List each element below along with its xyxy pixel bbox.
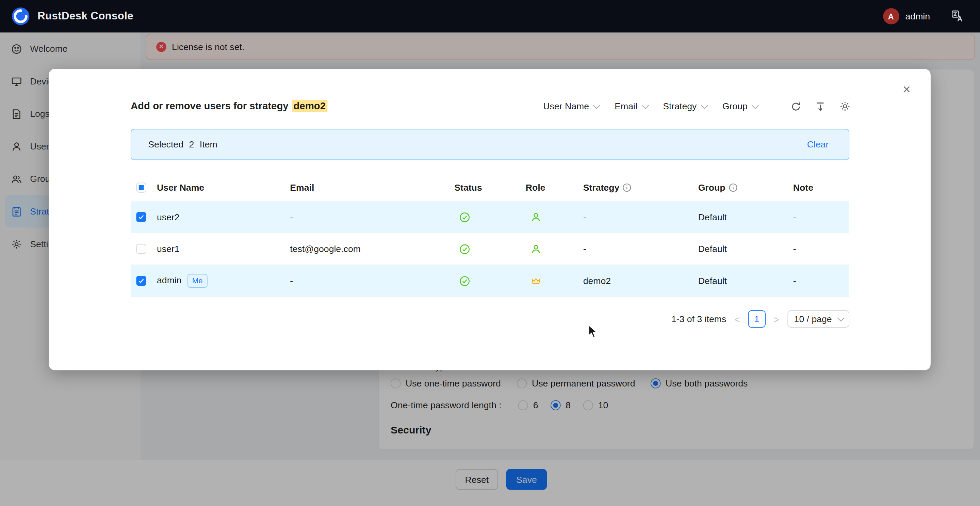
page-number-button[interactable]: 1 xyxy=(748,310,765,327)
cell-user-name: adminMe xyxy=(157,274,290,287)
cell-status xyxy=(454,243,525,254)
cell-role xyxy=(526,243,583,254)
user-role-icon xyxy=(530,212,541,222)
cell-status xyxy=(454,276,525,286)
page-size-value: 10 / page xyxy=(794,314,832,324)
pagination-total: 1-3 of 3 items xyxy=(671,314,726,324)
rustdesk-logo-icon xyxy=(11,7,30,26)
user-avatar[interactable]: A xyxy=(883,8,899,24)
filter-strategy[interactable]: Strategy xyxy=(663,102,706,111)
chevron-down-icon xyxy=(752,102,759,109)
filter-label: Email xyxy=(614,102,637,111)
col-status: Status xyxy=(454,182,525,192)
chevron-down-icon xyxy=(701,102,708,109)
table-row[interactable]: user1 test@google.com - Default - xyxy=(130,233,850,265)
chevron-down-icon xyxy=(641,102,649,109)
import-icon[interactable] xyxy=(815,101,826,112)
status-ok-icon xyxy=(460,212,470,222)
strategy-name-highlight: demo2 xyxy=(292,100,328,112)
modal-title: Add or remove users for strategydemo2 xyxy=(130,101,328,112)
prev-page-icon[interactable]: < xyxy=(733,314,741,324)
col-strategy: Strategy xyxy=(583,182,698,192)
col-note: Note xyxy=(793,182,850,192)
modal-header: Add or remove users for strategydemo2 Us… xyxy=(130,96,851,117)
me-badge: Me xyxy=(187,274,208,287)
row-checkbox[interactable] xyxy=(136,276,146,286)
selected-label: Selected xyxy=(148,140,183,150)
top-navbar: RustDesk Console A admin xyxy=(0,0,980,33)
cell-note: - xyxy=(793,244,850,254)
pagination: 1-3 of 3 items < 1 > 10 / page xyxy=(671,310,850,328)
cell-role xyxy=(526,212,583,222)
app-canvas: RustDesk Console A admin Welcome xyxy=(0,0,980,506)
filter-bar: User Name Email Strategy Group xyxy=(543,101,850,112)
table-row[interactable]: user2 - - Default - xyxy=(130,201,850,233)
admin-crown-icon xyxy=(530,276,541,286)
selection-info-bar: Selected 2 Item Clear xyxy=(130,129,850,160)
col-group: Group xyxy=(698,182,793,192)
filter-group[interactable]: Group xyxy=(722,102,757,111)
filter-user-name[interactable]: User Name xyxy=(543,102,598,111)
select-all-checkbox[interactable] xyxy=(136,182,146,192)
col-email: Email xyxy=(290,182,454,192)
modal-title-text: Add or remove users for strategy xyxy=(130,101,288,111)
cell-strategy: demo2 xyxy=(583,276,698,286)
table-settings-gear-icon[interactable] xyxy=(840,101,851,112)
row-checkbox[interactable] xyxy=(136,244,146,254)
table-header-row: User Name Email Status Role Strategy Gro… xyxy=(130,174,850,201)
page-size-select[interactable]: 10 / page xyxy=(787,310,850,327)
check-icon xyxy=(137,213,145,221)
user-role-icon xyxy=(530,243,541,254)
table-row[interactable]: adminMe - demo2 Default - xyxy=(130,265,850,297)
clear-selection-link[interactable]: Clear xyxy=(807,140,829,150)
cell-strategy: - xyxy=(583,212,698,222)
status-ok-icon xyxy=(460,243,470,254)
cell-group: Default xyxy=(698,244,793,254)
cell-group: Default xyxy=(698,212,793,222)
cell-strategy: - xyxy=(583,244,698,254)
cell-user-name: user2 xyxy=(157,212,290,222)
indeterminate-mark-icon xyxy=(139,185,144,190)
chevron-down-icon xyxy=(593,102,600,109)
check-icon xyxy=(137,277,145,285)
cell-note: - xyxy=(793,212,850,222)
users-table: User Name Email Status Role Strategy Gro… xyxy=(130,174,850,297)
cell-email: - xyxy=(290,276,454,286)
cell-user-name: user1 xyxy=(157,244,290,254)
translate-icon[interactable] xyxy=(951,10,964,22)
info-icon[interactable] xyxy=(622,183,631,192)
filter-label: User Name xyxy=(543,102,589,111)
row-checkbox[interactable] xyxy=(136,212,146,222)
selected-count: 2 xyxy=(189,140,194,150)
chevron-down-icon xyxy=(837,314,845,322)
next-page-icon[interactable]: > xyxy=(772,314,780,324)
filter-label: Strategy xyxy=(663,102,697,111)
col-role: Role xyxy=(526,182,583,192)
cell-email: - xyxy=(290,212,454,222)
info-icon[interactable] xyxy=(729,183,737,192)
status-ok-icon xyxy=(460,276,470,286)
app-title: RustDesk Console xyxy=(37,10,134,22)
cell-group: Default xyxy=(698,276,793,286)
col-user-name: User Name xyxy=(157,182,290,192)
item-label: Item xyxy=(200,140,218,150)
cell-status xyxy=(454,212,525,222)
close-icon[interactable]: × xyxy=(902,82,911,96)
user-name[interactable]: admin xyxy=(905,11,930,21)
refresh-icon[interactable] xyxy=(791,101,801,112)
strategy-users-modal: × Add or remove users for strategydemo2 … xyxy=(49,69,931,370)
cell-note: - xyxy=(793,276,850,286)
filter-label: Group xyxy=(722,102,748,111)
cell-email: test@google.com xyxy=(290,244,454,254)
cell-role xyxy=(526,276,583,286)
filter-email[interactable]: Email xyxy=(614,102,646,111)
